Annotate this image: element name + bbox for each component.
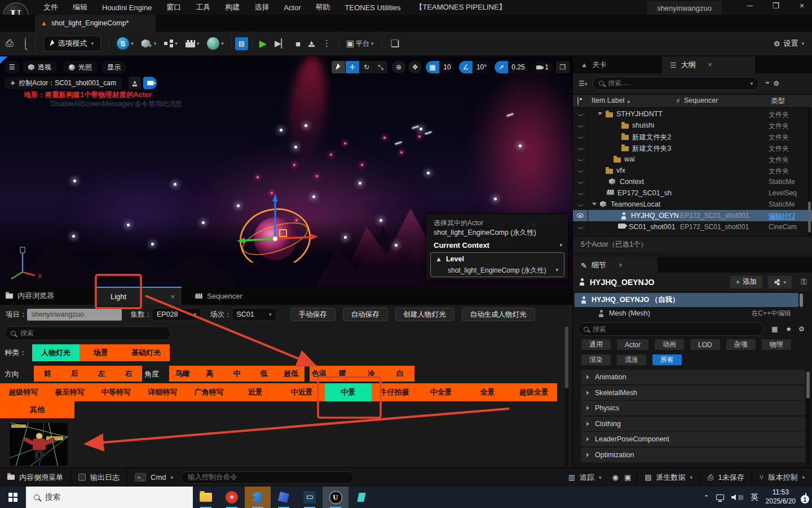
network-icon[interactable] [716, 494, 724, 500]
pilot-camera-toggle[interactable] [143, 77, 157, 89]
favorites-icon[interactable]: ★ [785, 325, 792, 333]
details-filter-chip[interactable]: 流送 [616, 354, 647, 366]
details-filter-chip[interactable]: 动画 [654, 339, 685, 351]
close-details-icon[interactable]: × [619, 261, 623, 269]
start-button[interactable] [0, 487, 26, 508]
outliner-row[interactable]: SC01_shot001EP172_SC01_shot001CineCam [573, 221, 812, 233]
menu-item[interactable]: 构建 [218, 2, 247, 12]
visibility-toggle[interactable] [573, 165, 588, 176]
menu-item[interactable]: 【TEAMONES PIPELINE】 [408, 2, 514, 12]
eject-button[interactable]: ▲ [308, 40, 315, 47]
select-tool-button[interactable] [332, 61, 345, 73]
outliner-row[interactable]: STHYJHDNTT文件夹 [573, 108, 812, 120]
blueprint-doc-icon[interactable]: ▤ [235, 37, 248, 50]
trace-dropdown[interactable]: ▥ 追踪▾ [561, 468, 609, 487]
tab-levels[interactable]: ▲ 关卡 [573, 56, 662, 73]
tab-light[interactable]: Light × [95, 287, 182, 305]
action-button[interactable]: 自动生成人物灯光 [462, 308, 535, 321]
visibility-toggle[interactable] [573, 199, 588, 210]
grid-snap-value[interactable]: 10 [440, 61, 454, 73]
details-category-row[interactable]: Animation [581, 370, 805, 384]
derived-doc-icon[interactable]: ❏ [391, 38, 399, 50]
outliner-row[interactable]: vfx文件夹 [573, 165, 812, 176]
shot-type-button[interactable]: 超级特写 [0, 383, 46, 401]
frame-skip-button[interactable]: ▶▏ [275, 38, 288, 49]
environment-dropdown[interactable]: ▾ [207, 37, 224, 50]
rotate-tool-button[interactable]: ↻ [360, 61, 373, 73]
details-filter-chip[interactable]: 通用 [581, 339, 611, 351]
world-space-button[interactable]: ⊕ [392, 61, 405, 73]
outliner-row[interactable]: ContextStaticMe [573, 176, 812, 187]
paint-tool-app-icon[interactable] [297, 487, 323, 508]
column-item-label[interactable]: Item Label ▲ [592, 97, 631, 104]
attribute-button[interactable]: 低 [250, 366, 277, 382]
kind-button[interactable]: 场景 [80, 344, 122, 361]
details-search-input[interactable]: 搜索 [577, 322, 764, 336]
visibility-toggle[interactable] [573, 187, 588, 199]
restore-button[interactable]: ❐ [770, 1, 782, 10]
details-filter-chip[interactable]: 杂项 [726, 339, 756, 351]
outliner-row[interactable]: TeamonesLocatStaticMe [573, 199, 812, 210]
lit-mode-button[interactable]: 光照 [63, 61, 98, 73]
notification-center-button[interactable]: 1 [805, 493, 806, 501]
type-edit-link[interactable]: 编辑HYJ [769, 212, 811, 221]
maximize-viewport-button[interactable]: ❒ [556, 61, 570, 73]
outliner-row[interactable]: shuishi文件夹 [573, 120, 812, 131]
camera-speed-button[interactable]: 1 [532, 61, 553, 73]
details-filter-chip[interactable]: 渲染 [581, 354, 611, 366]
console-input[interactable]: 输入控制台命令 [180, 471, 354, 484]
component-row-self[interactable]: HYJHQ_OEYNJO （自我） [575, 293, 798, 307]
grid-snap-toggle[interactable]: ▦ [426, 61, 439, 73]
shot-type-button[interactable]: 超级全景 [511, 383, 557, 401]
expand-arrow-icon[interactable] [592, 203, 597, 205]
action-button[interactable]: 手动保存 [290, 308, 336, 321]
minimize-button[interactable]: ─ [744, 1, 756, 10]
visibility-toggle[interactable] [573, 221, 588, 233]
pilot-actor-bar[interactable]: ✈ 控制Actor：SC01_shot001_cam [5, 77, 122, 89]
visibility-toggle[interactable] [573, 176, 588, 187]
add-component-button[interactable]: +添加 [730, 275, 763, 289]
unreal-app-icon[interactable]: U [323, 487, 348, 508]
menu-item[interactable]: 选择 [247, 2, 276, 12]
scene-select[interactable]: SC01▾ [232, 308, 277, 321]
play-button[interactable]: ▶ [259, 38, 267, 50]
menu-item[interactable]: 文件 [36, 2, 65, 12]
eye-column-icon[interactable] [577, 97, 579, 105]
tab-sequencer[interactable]: Sequencer [188, 287, 249, 305]
settings-dropdown[interactable]: ⚙ 设置▾ [774, 38, 804, 49]
visibility-toggle[interactable] [573, 210, 588, 221]
shot-type-button[interactable]: 广角特写 [186, 383, 232, 401]
menu-item[interactable]: 窗口 [159, 2, 188, 12]
shot-type-button[interactable]: 牛仔拍摄 [372, 383, 418, 401]
attribute-button[interactable]: 冷 [357, 366, 386, 382]
move-tool-button[interactable]: ✛ [346, 61, 359, 73]
details-category-row[interactable]: Optimization [581, 448, 805, 462]
attribute-button[interactable]: 鸟瞰 [169, 366, 196, 382]
shot-type-button[interactable]: 详细特写 [139, 383, 186, 401]
attribute-button[interactable]: 白 [386, 366, 414, 382]
ime-indicator[interactable]: 英 [751, 492, 758, 502]
asset-tab[interactable]: ▲ shot_light_EngineComp* [35, 15, 156, 32]
attribute-button[interactable]: 中 [223, 366, 250, 382]
light-panel-scrollbar[interactable] [565, 325, 568, 466]
details-settings-icon[interactable]: ⚙ [798, 325, 805, 333]
volume-icon[interactable]: ))) [731, 494, 743, 501]
expand-arrow-icon[interactable] [598, 112, 602, 115]
popup-actor-name[interactable]: shot_light_EngineComp (永久性) [434, 228, 536, 238]
perspective-button[interactable]: 透视 [23, 61, 57, 73]
outliner-filter-icon[interactable]: ☰▾ [579, 80, 587, 87]
column-type[interactable]: 类型 [771, 97, 785, 106]
taskbar-search-input[interactable]: 搜索 [26, 487, 193, 508]
tab-outliner[interactable]: ☰ 大纲 × [662, 56, 755, 73]
close-tab-icon[interactable]: × [708, 61, 712, 69]
outliner-row[interactable]: EP172_SC01_shLevelSeq [573, 187, 812, 199]
attribute-button[interactable]: 左 [88, 366, 115, 382]
red-utility-app-icon[interactable]: ✳ [219, 487, 245, 508]
substance-dropdown[interactable]: S▾ [117, 37, 134, 50]
visibility-toggle[interactable] [573, 131, 588, 142]
action-button[interactable]: 自动保存 [343, 308, 388, 321]
visibility-toggle[interactable] [573, 120, 588, 131]
details-filter-chip[interactable]: 所有 [652, 354, 682, 366]
add-actor-dropdown[interactable]: +▾ [142, 37, 157, 50]
outliner-row[interactable]: 新建文件夹2文件夹 [573, 131, 812, 142]
